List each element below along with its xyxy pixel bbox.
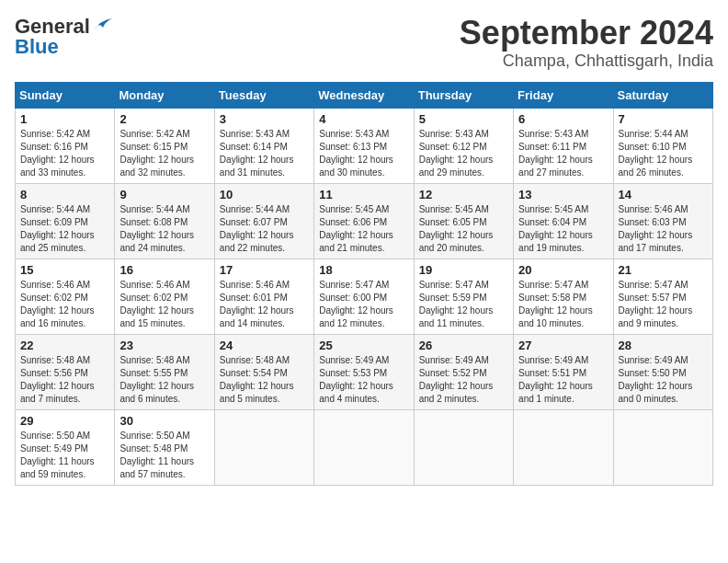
day-number: 15: [20, 263, 109, 277]
calendar-week-1: 1Sunrise: 5:42 AMSunset: 6:16 PMDaylight…: [16, 108, 713, 183]
calendar-cell: [314, 409, 414, 485]
calendar-cell: 28Sunrise: 5:49 AMSunset: 5:50 PMDayligh…: [613, 334, 712, 409]
col-header-tuesday: Tuesday: [214, 82, 313, 108]
day-number: 16: [119, 263, 209, 277]
logo: General Blue: [15, 15, 112, 59]
logo-blue: Blue: [15, 35, 59, 59]
day-number: 17: [220, 263, 309, 277]
day-number: 12: [419, 188, 508, 201]
day-info: Sunrise: 5:44 AMSunset: 6:08 PMDaylight:…: [119, 203, 209, 255]
day-number: 9: [119, 188, 209, 201]
day-info: Sunrise: 5:49 AMSunset: 5:51 PMDaylight:…: [518, 354, 608, 406]
day-number: 13: [518, 188, 608, 201]
day-info: Sunrise: 5:43 AMSunset: 6:14 PMDaylight:…: [220, 128, 309, 179]
calendar-cell: 12Sunrise: 5:45 AMSunset: 6:05 PMDayligh…: [414, 183, 513, 259]
day-info: Sunrise: 5:49 AMSunset: 5:52 PMDaylight:…: [419, 354, 508, 406]
sub-title: Champa, Chhattisgarh, India: [460, 52, 713, 71]
day-number: 3: [220, 112, 309, 126]
day-info: Sunrise: 5:42 AMSunset: 6:16 PMDaylight:…: [20, 128, 109, 179]
day-number: 25: [319, 339, 408, 352]
calendar-header-row: SundayMondayTuesdayWednesdayThursdayFrid…: [16, 82, 713, 108]
calendar-cell: [514, 409, 613, 485]
day-number: 24: [220, 339, 309, 352]
col-header-saturday: Saturday: [613, 82, 712, 108]
day-number: 11: [319, 188, 408, 201]
calendar-cell: 30Sunrise: 5:50 AMSunset: 5:48 PMDayligh…: [115, 409, 214, 485]
day-number: 23: [119, 339, 209, 352]
day-number: 4: [319, 112, 408, 126]
calendar-cell: 19Sunrise: 5:47 AMSunset: 5:59 PMDayligh…: [414, 259, 513, 334]
day-info: Sunrise: 5:43 AMSunset: 6:11 PMDaylight:…: [518, 128, 608, 179]
calendar-cell: [214, 409, 313, 485]
day-info: Sunrise: 5:49 AMSunset: 5:53 PMDaylight:…: [319, 354, 408, 406]
day-number: 22: [20, 339, 109, 352]
col-header-friday: Friday: [514, 82, 613, 108]
day-number: 10: [220, 188, 309, 201]
day-info: Sunrise: 5:45 AMSunset: 6:04 PMDaylight:…: [518, 203, 608, 255]
calendar-cell: 7Sunrise: 5:44 AMSunset: 6:10 PMDaylight…: [613, 108, 712, 183]
calendar-cell: 2Sunrise: 5:42 AMSunset: 6:15 PMDaylight…: [115, 108, 214, 183]
calendar-cell: 10Sunrise: 5:44 AMSunset: 6:07 PMDayligh…: [214, 183, 313, 259]
day-info: Sunrise: 5:46 AMSunset: 6:02 PMDaylight:…: [20, 279, 109, 330]
day-number: 27: [518, 339, 608, 352]
col-header-monday: Monday: [115, 82, 214, 108]
day-number: 7: [619, 112, 708, 126]
calendar-cell: 27Sunrise: 5:49 AMSunset: 5:51 PMDayligh…: [514, 334, 613, 409]
calendar-cell: 16Sunrise: 5:46 AMSunset: 6:02 PMDayligh…: [115, 259, 214, 334]
day-info: Sunrise: 5:47 AMSunset: 6:00 PMDaylight:…: [319, 279, 408, 330]
col-header-wednesday: Wednesday: [314, 82, 414, 108]
day-info: Sunrise: 5:47 AMSunset: 5:58 PMDaylight:…: [518, 279, 608, 330]
col-header-thursday: Thursday: [414, 82, 513, 108]
day-info: Sunrise: 5:47 AMSunset: 5:57 PMDaylight:…: [619, 279, 708, 330]
calendar-cell: 18Sunrise: 5:47 AMSunset: 6:00 PMDayligh…: [314, 259, 414, 334]
calendar-cell: 5Sunrise: 5:43 AMSunset: 6:12 PMDaylight…: [414, 108, 513, 183]
day-number: 30: [119, 414, 209, 428]
day-info: Sunrise: 5:44 AMSunset: 6:07 PMDaylight:…: [220, 203, 309, 255]
calendar-cell: 29Sunrise: 5:50 AMSunset: 5:49 PMDayligh…: [16, 409, 115, 485]
calendar-cell: 22Sunrise: 5:48 AMSunset: 5:56 PMDayligh…: [16, 334, 115, 409]
day-number: 28: [619, 339, 708, 352]
calendar-cell: 13Sunrise: 5:45 AMSunset: 6:04 PMDayligh…: [514, 183, 613, 259]
day-info: Sunrise: 5:48 AMSunset: 5:56 PMDaylight:…: [20, 354, 109, 406]
day-number: 6: [518, 112, 608, 126]
day-info: Sunrise: 5:48 AMSunset: 5:54 PMDaylight:…: [220, 354, 309, 406]
calendar-cell: 6Sunrise: 5:43 AMSunset: 6:11 PMDaylight…: [514, 108, 613, 183]
day-info: Sunrise: 5:42 AMSunset: 6:15 PMDaylight:…: [119, 128, 209, 179]
day-info: Sunrise: 5:48 AMSunset: 5:55 PMDaylight:…: [119, 354, 209, 406]
calendar-cell: 20Sunrise: 5:47 AMSunset: 5:58 PMDayligh…: [514, 259, 613, 334]
calendar-cell: 1Sunrise: 5:42 AMSunset: 6:16 PMDaylight…: [16, 108, 115, 183]
day-info: Sunrise: 5:43 AMSunset: 6:13 PMDaylight:…: [319, 128, 408, 179]
day-info: Sunrise: 5:45 AMSunset: 6:06 PMDaylight:…: [319, 203, 408, 255]
day-info: Sunrise: 5:49 AMSunset: 5:50 PMDaylight:…: [619, 354, 708, 406]
day-info: Sunrise: 5:50 AMSunset: 5:48 PMDaylight:…: [119, 430, 209, 481]
day-number: 26: [419, 339, 508, 352]
day-info: Sunrise: 5:43 AMSunset: 6:12 PMDaylight:…: [419, 128, 508, 179]
calendar-week-4: 22Sunrise: 5:48 AMSunset: 5:56 PMDayligh…: [16, 334, 713, 409]
calendar-week-3: 15Sunrise: 5:46 AMSunset: 6:02 PMDayligh…: [16, 259, 713, 334]
calendar-cell: 3Sunrise: 5:43 AMSunset: 6:14 PMDaylight…: [214, 108, 313, 183]
calendar-cell: 8Sunrise: 5:44 AMSunset: 6:09 PMDaylight…: [16, 183, 115, 259]
page-header: General Blue September 2024 Champa, Chha…: [15, 15, 713, 71]
main-title: September 2024: [460, 15, 713, 52]
calendar-cell: 25Sunrise: 5:49 AMSunset: 5:53 PMDayligh…: [314, 334, 414, 409]
day-info: Sunrise: 5:46 AMSunset: 6:01 PMDaylight:…: [220, 279, 309, 330]
day-number: 5: [419, 112, 508, 126]
day-info: Sunrise: 5:47 AMSunset: 5:59 PMDaylight:…: [419, 279, 508, 330]
calendar-table: SundayMondayTuesdayWednesdayThursdayFrid…: [15, 82, 713, 486]
day-number: 21: [619, 263, 708, 277]
calendar-cell: 14Sunrise: 5:46 AMSunset: 6:03 PMDayligh…: [613, 183, 712, 259]
day-number: 20: [518, 263, 608, 277]
day-info: Sunrise: 5:46 AMSunset: 6:02 PMDaylight:…: [119, 279, 209, 330]
day-number: 29: [20, 414, 109, 428]
calendar-cell: 26Sunrise: 5:49 AMSunset: 5:52 PMDayligh…: [414, 334, 513, 409]
day-info: Sunrise: 5:44 AMSunset: 6:09 PMDaylight:…: [20, 203, 109, 255]
calendar-week-2: 8Sunrise: 5:44 AMSunset: 6:09 PMDaylight…: [16, 183, 713, 259]
day-number: 18: [319, 263, 408, 277]
col-header-sunday: Sunday: [16, 82, 115, 108]
calendar-cell: 11Sunrise: 5:45 AMSunset: 6:06 PMDayligh…: [314, 183, 414, 259]
calendar-cell: [613, 409, 712, 485]
day-info: Sunrise: 5:46 AMSunset: 6:03 PMDaylight:…: [619, 203, 708, 255]
calendar-cell: 17Sunrise: 5:46 AMSunset: 6:01 PMDayligh…: [214, 259, 313, 334]
day-number: 1: [20, 112, 109, 126]
day-info: Sunrise: 5:50 AMSunset: 5:49 PMDaylight:…: [20, 430, 109, 481]
